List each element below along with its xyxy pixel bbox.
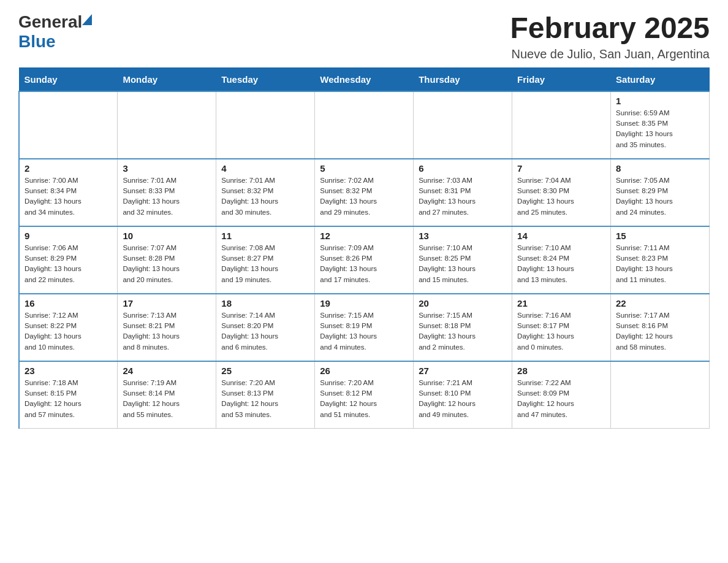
day-info: Sunrise: 7:07 AM Sunset: 8:28 PM Dayligh… xyxy=(123,243,211,285)
calendar-cell xyxy=(611,361,710,429)
week-row-1: 1Sunrise: 6:59 AM Sunset: 8:35 PM Daylig… xyxy=(19,91,710,159)
calendar-cell: 27Sunrise: 7:21 AM Sunset: 8:10 PM Dayli… xyxy=(414,361,512,429)
day-info: Sunrise: 7:22 AM Sunset: 8:09 PM Dayligh… xyxy=(517,378,605,420)
logo-blue-text: Blue xyxy=(18,32,56,51)
day-info: Sunrise: 7:17 AM Sunset: 8:16 PM Dayligh… xyxy=(616,310,704,353)
day-number: 13 xyxy=(419,231,507,241)
logo-arrow-icon xyxy=(82,14,92,25)
day-number: 17 xyxy=(123,298,211,308)
day-info: Sunrise: 7:00 AM Sunset: 8:34 PM Dayligh… xyxy=(25,175,112,218)
calendar-cell: 9Sunrise: 7:06 AM Sunset: 8:29 PM Daylig… xyxy=(19,226,118,294)
day-info: Sunrise: 7:03 AM Sunset: 8:31 PM Dayligh… xyxy=(419,175,507,218)
calendar-cell: 11Sunrise: 7:08 AM Sunset: 8:27 PM Dayli… xyxy=(216,226,315,294)
calendar-cell: 13Sunrise: 7:10 AM Sunset: 8:25 PM Dayli… xyxy=(414,226,512,294)
day-header-saturday: Saturday xyxy=(611,67,710,91)
location-title: Nueve de Julio, San Juan, Argentina xyxy=(510,47,710,61)
day-info: Sunrise: 7:21 AM Sunset: 8:10 PM Dayligh… xyxy=(419,378,507,420)
page-header: General Blue February 2025 Nueve de Juli… xyxy=(18,12,710,61)
calendar-cell: 28Sunrise: 7:22 AM Sunset: 8:09 PM Dayli… xyxy=(512,361,611,429)
day-number: 1 xyxy=(616,96,704,106)
calendar-cell: 8Sunrise: 7:05 AM Sunset: 8:29 PM Daylig… xyxy=(611,159,710,226)
day-header-friday: Friday xyxy=(512,67,611,91)
day-header-thursday: Thursday xyxy=(414,67,512,91)
calendar-cell xyxy=(512,91,611,159)
day-header-sunday: Sunday xyxy=(19,67,118,91)
day-info: Sunrise: 7:18 AM Sunset: 8:15 PM Dayligh… xyxy=(25,378,112,420)
day-number: 25 xyxy=(221,366,309,376)
day-info: Sunrise: 7:04 AM Sunset: 8:30 PM Dayligh… xyxy=(517,175,605,218)
day-info: Sunrise: 7:02 AM Sunset: 8:32 PM Dayligh… xyxy=(320,175,408,218)
day-number: 5 xyxy=(320,163,408,174)
day-number: 12 xyxy=(320,231,408,241)
day-number: 8 xyxy=(616,163,704,174)
day-info: Sunrise: 7:16 AM Sunset: 8:17 PM Dayligh… xyxy=(517,310,605,353)
calendar-cell: 22Sunrise: 7:17 AM Sunset: 8:16 PM Dayli… xyxy=(611,294,710,361)
calendar-cell: 10Sunrise: 7:07 AM Sunset: 8:28 PM Dayli… xyxy=(118,226,216,294)
title-section: February 2025 Nueve de Julio, San Juan, … xyxy=(510,12,710,61)
calendar-cell: 7Sunrise: 7:04 AM Sunset: 8:30 PM Daylig… xyxy=(512,159,611,226)
day-number: 23 xyxy=(25,366,112,376)
calendar-body: 1Sunrise: 6:59 AM Sunset: 8:35 PM Daylig… xyxy=(19,91,710,429)
week-row-2: 2Sunrise: 7:00 AM Sunset: 8:34 PM Daylig… xyxy=(19,159,710,226)
logo-general-text: General xyxy=(18,12,82,32)
day-number: 6 xyxy=(419,163,507,174)
day-number: 27 xyxy=(419,366,507,376)
day-number: 7 xyxy=(517,163,605,174)
calendar-cell: 4Sunrise: 7:01 AM Sunset: 8:32 PM Daylig… xyxy=(216,159,315,226)
calendar-cell: 14Sunrise: 7:10 AM Sunset: 8:24 PM Dayli… xyxy=(512,226,611,294)
days-of-week-row: SundayMondayTuesdayWednesdayThursdayFrid… xyxy=(19,67,710,91)
day-info: Sunrise: 7:20 AM Sunset: 8:12 PM Dayligh… xyxy=(320,378,408,420)
week-row-4: 16Sunrise: 7:12 AM Sunset: 8:22 PM Dayli… xyxy=(19,294,710,361)
calendar-cell xyxy=(19,91,118,159)
month-title: February 2025 xyxy=(510,12,710,45)
day-info: Sunrise: 7:08 AM Sunset: 8:27 PM Dayligh… xyxy=(221,243,309,285)
calendar-cell xyxy=(118,91,216,159)
calendar-table: SundayMondayTuesdayWednesdayThursdayFrid… xyxy=(18,67,710,429)
day-info: Sunrise: 7:13 AM Sunset: 8:21 PM Dayligh… xyxy=(123,310,211,353)
day-info: Sunrise: 7:15 AM Sunset: 8:19 PM Dayligh… xyxy=(320,310,408,353)
day-number: 21 xyxy=(517,298,605,308)
day-number: 18 xyxy=(221,298,309,308)
calendar-cell xyxy=(216,91,315,159)
week-row-3: 9Sunrise: 7:06 AM Sunset: 8:29 PM Daylig… xyxy=(19,226,710,294)
day-info: Sunrise: 7:10 AM Sunset: 8:24 PM Dayligh… xyxy=(517,243,605,285)
day-header-monday: Monday xyxy=(118,67,216,91)
calendar-cell: 1Sunrise: 6:59 AM Sunset: 8:35 PM Daylig… xyxy=(611,91,710,159)
calendar-cell: 24Sunrise: 7:19 AM Sunset: 8:14 PM Dayli… xyxy=(118,361,216,429)
calendar-cell xyxy=(315,91,414,159)
calendar-cell: 17Sunrise: 7:13 AM Sunset: 8:21 PM Dayli… xyxy=(118,294,216,361)
calendar-cell: 21Sunrise: 7:16 AM Sunset: 8:17 PM Dayli… xyxy=(512,294,611,361)
day-info: Sunrise: 7:15 AM Sunset: 8:18 PM Dayligh… xyxy=(419,310,507,353)
day-info: Sunrise: 7:05 AM Sunset: 8:29 PM Dayligh… xyxy=(616,175,704,218)
week-row-5: 23Sunrise: 7:18 AM Sunset: 8:15 PM Dayli… xyxy=(19,361,710,429)
day-number: 28 xyxy=(517,366,605,376)
day-number: 9 xyxy=(25,231,112,241)
calendar-cell: 26Sunrise: 7:20 AM Sunset: 8:12 PM Dayli… xyxy=(315,361,414,429)
day-number: 19 xyxy=(320,298,408,308)
day-number: 24 xyxy=(123,366,211,376)
day-info: Sunrise: 7:14 AM Sunset: 8:20 PM Dayligh… xyxy=(221,310,309,353)
calendar-cell: 15Sunrise: 7:11 AM Sunset: 8:23 PM Dayli… xyxy=(611,226,710,294)
day-number: 11 xyxy=(221,231,309,241)
calendar-header: SundayMondayTuesdayWednesdayThursdayFrid… xyxy=(19,67,710,91)
day-info: Sunrise: 7:01 AM Sunset: 8:32 PM Dayligh… xyxy=(221,175,309,218)
day-number: 4 xyxy=(221,163,309,174)
logo: General Blue xyxy=(18,12,92,52)
calendar-cell: 16Sunrise: 7:12 AM Sunset: 8:22 PM Dayli… xyxy=(19,294,118,361)
calendar-cell: 3Sunrise: 7:01 AM Sunset: 8:33 PM Daylig… xyxy=(118,159,216,226)
calendar-cell: 20Sunrise: 7:15 AM Sunset: 8:18 PM Dayli… xyxy=(414,294,512,361)
day-number: 14 xyxy=(517,231,605,241)
calendar-cell xyxy=(414,91,512,159)
day-info: Sunrise: 7:09 AM Sunset: 8:26 PM Dayligh… xyxy=(320,243,408,285)
day-number: 15 xyxy=(616,231,704,241)
day-number: 16 xyxy=(25,298,112,308)
day-number: 10 xyxy=(123,231,211,241)
day-number: 22 xyxy=(616,298,704,308)
day-info: Sunrise: 7:06 AM Sunset: 8:29 PM Dayligh… xyxy=(25,243,112,285)
day-header-tuesday: Tuesday xyxy=(216,67,315,91)
calendar-cell: 19Sunrise: 7:15 AM Sunset: 8:19 PM Dayli… xyxy=(315,294,414,361)
calendar-cell: 5Sunrise: 7:02 AM Sunset: 8:32 PM Daylig… xyxy=(315,159,414,226)
calendar-cell: 23Sunrise: 7:18 AM Sunset: 8:15 PM Dayli… xyxy=(19,361,118,429)
day-info: Sunrise: 7:12 AM Sunset: 8:22 PM Dayligh… xyxy=(25,310,112,353)
day-info: Sunrise: 7:01 AM Sunset: 8:33 PM Dayligh… xyxy=(123,175,211,218)
